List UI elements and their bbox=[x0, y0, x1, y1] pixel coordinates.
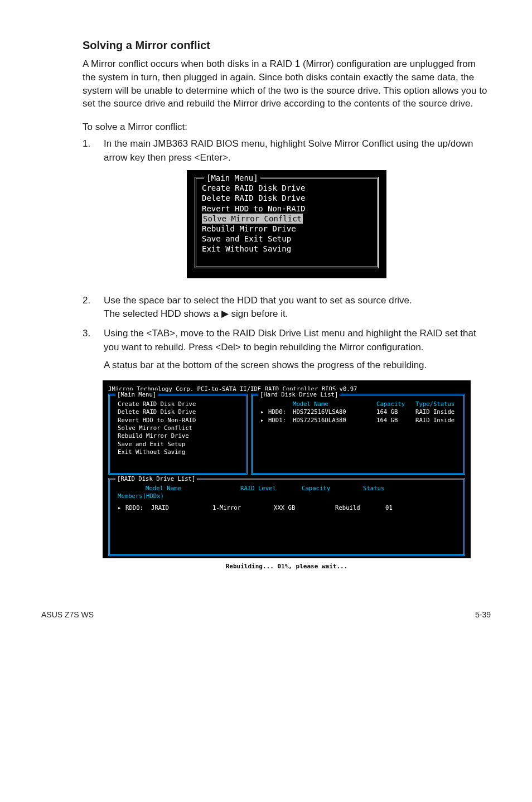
step-2-line-a: Use the space bar to select the HDD that… bbox=[104, 294, 491, 308]
menu-item: Create RAID Disk Drive bbox=[118, 400, 240, 408]
footer-left: ASUS Z7S WS bbox=[41, 610, 94, 619]
menu-item: Revert HDD to Non-RAID bbox=[118, 416, 240, 424]
menu-item: Delete RAID Disk Drive bbox=[202, 193, 371, 203]
bios-main-menu-panel: [Main Menu] Create RAID Disk Drive Delet… bbox=[108, 394, 248, 475]
step-2-text: Use the space bar to select the HDD that… bbox=[104, 294, 491, 321]
menu-item: Revert HDD to Non-RAID bbox=[202, 204, 371, 214]
step-3-line-a: Using the <TAB>, move to the RAID Disk D… bbox=[104, 327, 491, 354]
menu-item: Save and Exit Setup bbox=[202, 234, 371, 244]
hdd-header-row: . Model Name Capacity Type/Status bbox=[260, 400, 458, 408]
selection-arrow-icon: ▸ bbox=[260, 408, 268, 416]
hdd-row: ▸ HDD1: HDS722516DLA380 164 GB RAID Insi… bbox=[260, 416, 458, 424]
section-heading: Solving a Mirror conflict bbox=[83, 39, 491, 52]
bios-hdd-list-panel: [Hard Disk Drive List] . Model Name Capa… bbox=[251, 394, 465, 475]
to-solve-label: To solve a Mirror conflict: bbox=[83, 120, 491, 134]
main-menu-frame-title: [Main Menu] bbox=[204, 173, 260, 183]
members-label: Members(HDDx) bbox=[118, 492, 458, 500]
step-3-line-b: A status bar at the bottom of the screen… bbox=[104, 359, 491, 373]
bios-raid-list-title: [RAID Disk Drive List] bbox=[115, 475, 197, 482]
step-2-number: 2. bbox=[83, 294, 104, 321]
menu-item: Rebuild Mirror Drive bbox=[118, 432, 240, 439]
menu-item: Delete RAID Disk Drive bbox=[118, 408, 240, 416]
menu-item-highlighted: Solve Mirror Conflict bbox=[202, 214, 371, 224]
menu-item: Save and Exit Setup bbox=[118, 440, 240, 448]
menu-item: Exit Without Saving bbox=[118, 448, 240, 456]
step-1-text: In the main JMB363 RAID BIOS menu, highl… bbox=[104, 137, 491, 165]
menu-item: Solve Mirror Conflict bbox=[118, 424, 240, 432]
main-menu-terminal: [Main Menu] Create RAID Disk Drive Delet… bbox=[187, 170, 386, 278]
menu-item: Create RAID Disk Drive bbox=[202, 183, 371, 193]
step-2-line-b: The selected HDD shows a ▶ sign before i… bbox=[104, 307, 491, 321]
step-3-number: 3. bbox=[83, 327, 104, 373]
raid-row: ▸ RDD0: JRAID 1-Mirror XXX GB Rebuild 01 bbox=[118, 504, 458, 511]
hdd-row: ▸ HDD0: HDS722516VLSA80 164 GB RAID Insi… bbox=[260, 408, 458, 416]
bios-main-menu-title: [Main Menu] bbox=[115, 390, 158, 398]
bios-raid-list-panel: [RAID Disk Drive List] Model Name RAID L… bbox=[108, 478, 465, 556]
menu-item: Rebuild Mirror Drive bbox=[202, 224, 371, 234]
step-1-number: 1. bbox=[83, 137, 104, 165]
step-3-text: Using the <TAB>, move to the RAID Disk D… bbox=[104, 327, 491, 373]
selection-arrow-icon: ▸ bbox=[118, 504, 125, 511]
intro-paragraph: A Mirror conflict occurs when both disks… bbox=[83, 57, 491, 110]
menu-item: Exit Without Saving bbox=[202, 244, 371, 254]
progress-bar: Rebuilding... 01%, please wait... bbox=[108, 562, 465, 571]
bios-hdd-list-title: [Hard Disk Drive List] bbox=[258, 390, 340, 398]
selection-arrow-icon: ▸ bbox=[260, 416, 268, 424]
raid-header-row: Model Name RAID Level Capacity Status bbox=[118, 484, 458, 492]
bios-terminal: JMicron Technology Corp. PCI-to-SATA II/… bbox=[103, 380, 471, 558]
footer-page-number: 5-39 bbox=[475, 610, 491, 619]
triangle-icon: ▶ bbox=[221, 307, 229, 321]
